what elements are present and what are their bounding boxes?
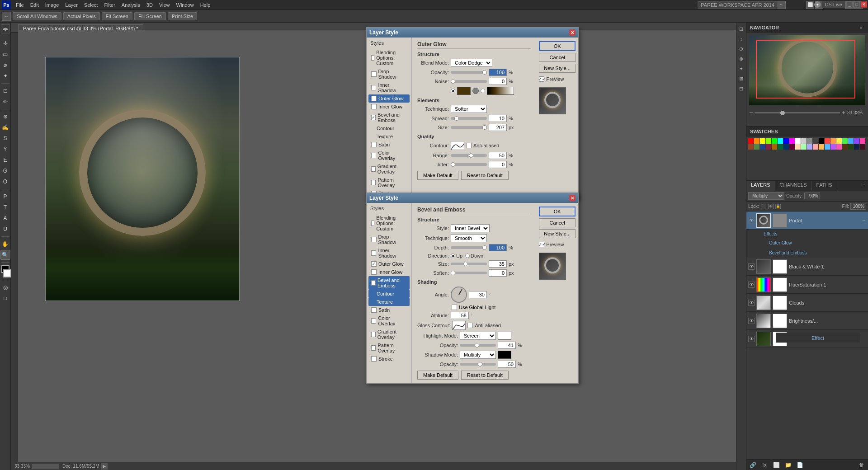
swatch-item[interactable]: [795, 144, 801, 150]
lock-position-icon[interactable]: ✛: [768, 204, 774, 209]
swatch-item[interactable]: [766, 144, 771, 150]
be-check-stroke[interactable]: [371, 356, 377, 362]
global-light-check[interactable]: [452, 305, 457, 310]
noise-thumb[interactable]: [451, 79, 455, 84]
layer-vis-portal[interactable]: 👁: [748, 217, 755, 224]
ok-btn-og[interactable]: OK: [539, 41, 576, 51]
menu-file[interactable]: File: [13, 1, 27, 9]
bevel-emboss-dialog-close[interactable]: ✕: [569, 195, 576, 201]
size-thumb[interactable]: [482, 125, 487, 130]
be-gloss-contour-box[interactable]: [452, 321, 466, 330]
range-slider[interactable]: [451, 154, 487, 157]
menu-3d[interactable]: 3D: [143, 1, 156, 9]
be-size-thumb[interactable]: [463, 262, 468, 266]
be-depth-input[interactable]: [489, 244, 507, 251]
style-blending-options[interactable]: Blending Options: Custom: [368, 48, 410, 67]
quick-mask-mode[interactable]: ◎: [0, 282, 10, 292]
be-highlight-opacity-slider[interactable]: [460, 344, 496, 347]
layer-portal[interactable]: 👁 Portal ↔: [746, 212, 868, 230]
glow-gradient-box[interactable]: [487, 87, 514, 95]
mini-tool-5[interactable]: ✦: [737, 64, 746, 73]
be-check-satin[interactable]: [371, 307, 377, 313]
style-pattern-overlay[interactable]: Pattern Overlay: [368, 176, 410, 189]
delete-layer-btn[interactable]: 🗑: [857, 461, 866, 470]
lock-pixels-icon[interactable]: ⬛: [761, 204, 766, 209]
be-highlight-opacity-thumb[interactable]: [475, 343, 479, 348]
blend-mode-select-og[interactable]: Color Dodge: [451, 59, 492, 67]
swatch-item[interactable]: [754, 138, 760, 144]
range-input[interactable]: [489, 152, 507, 159]
noise-slider[interactable]: [451, 80, 487, 83]
style-check-satin[interactable]: [371, 142, 377, 147]
swatch-item[interactable]: [854, 144, 859, 150]
size-input[interactable]: [489, 124, 507, 131]
swatch-item[interactable]: [795, 138, 801, 144]
crop-tool[interactable]: ⊡: [0, 86, 10, 96]
be-style-outer-glow[interactable]: ✓ Outer Glow: [368, 260, 410, 268]
lock-all-icon[interactable]: 🔒: [775, 204, 781, 209]
swatch-item[interactable]: [748, 138, 754, 144]
radio-gradient[interactable]: [481, 89, 485, 93]
be-size-slider[interactable]: [451, 263, 487, 265]
status-slider[interactable]: [32, 464, 59, 469]
layer-huesat[interactable]: 👁 Hue/Saturation 1: [746, 276, 868, 294]
outer-glow-dialog-close[interactable]: ✕: [569, 29, 576, 36]
swatch-item[interactable]: [748, 144, 754, 150]
preview-check-og[interactable]: ✓: [539, 76, 544, 82]
channels-tab[interactable]: CHANNELS: [775, 181, 812, 191]
swatch-item[interactable]: [836, 138, 842, 144]
maximize-btn[interactable]: □: [854, 1, 860, 8]
opacity-slider-og[interactable]: [451, 71, 487, 74]
be-shadow-color[interactable]: [498, 351, 511, 359]
swatch-item[interactable]: [760, 144, 765, 150]
mini-tool-1[interactable]: ⊡: [737, 24, 746, 33]
swatch-item[interactable]: [860, 144, 865, 150]
hand-tool[interactable]: ✋: [0, 239, 10, 249]
layer-effect-bevel-emboss[interactable]: Bevel and Emboss: [746, 248, 868, 258]
be-check-blending[interactable]: [371, 221, 374, 226]
swatch-item[interactable]: [813, 138, 818, 144]
style-bevel-emboss[interactable]: ✓ Bevel and Emboss: [368, 111, 410, 124]
style-check-blending[interactable]: [371, 55, 374, 61]
layer-vis-huesat[interactable]: 👁: [748, 282, 755, 288]
mini-tool-4[interactable]: ⊗: [737, 54, 746, 63]
size-slider[interactable]: [451, 126, 487, 129]
outer-glow-dialog[interactable]: Layer Style ✕ Styles Blending Options: C…: [366, 27, 579, 200]
link-layers-btn[interactable]: 🔗: [748, 461, 757, 470]
style-check-outer-glow[interactable]: ✓: [371, 96, 377, 101]
cs-live-btn[interactable]: CS Live: [821, 1, 845, 8]
swatch-item[interactable]: [778, 144, 783, 150]
be-direction-up[interactable]: Up: [451, 253, 462, 258]
style-outer-glow[interactable]: ✓ Outer Glow: [368, 94, 410, 103]
swatch-item[interactable]: [842, 144, 848, 150]
be-style-gradient-overlay[interactable]: Gradient Overlay: [368, 328, 410, 341]
dodge-tool[interactable]: O: [0, 177, 10, 187]
style-inner-shadow[interactable]: Inner Shadow: [368, 81, 410, 94]
radio-up[interactable]: [451, 254, 455, 258]
be-anti-alias-check[interactable]: [467, 323, 473, 328]
be-style-satin[interactable]: Satin: [368, 306, 410, 314]
jitter-thumb[interactable]: [451, 162, 455, 167]
cancel-btn-og[interactable]: Cancel: [539, 53, 576, 62]
be-style-texture[interactable]: Texture: [368, 298, 410, 306]
make-default-btn-be[interactable]: Make Default: [417, 371, 458, 380]
type-tool[interactable]: T: [0, 202, 10, 212]
be-style-inner-shadow[interactable]: Inner Shadow: [368, 246, 410, 260]
swatch-item[interactable]: [783, 144, 789, 150]
be-style-color-overlay[interactable]: Color Overlay: [368, 314, 410, 328]
radio-color[interactable]: [451, 89, 455, 93]
style-check-color-overlay[interactable]: [371, 153, 376, 158]
layer-vis-clouds[interactable]: 👁: [748, 300, 755, 306]
be-highlight-opacity-input[interactable]: [498, 342, 516, 349]
be-shadow-mode-select[interactable]: Multiply: [460, 351, 496, 359]
style-satin[interactable]: Satin: [368, 141, 410, 149]
be-highlight-mode-select[interactable]: Screen: [460, 332, 496, 340]
fill-input[interactable]: [850, 203, 866, 210]
style-contour[interactable]: Contour: [368, 124, 410, 132]
swatch-item[interactable]: [772, 138, 777, 144]
be-depth-thumb[interactable]: [482, 245, 487, 250]
be-style-blending[interactable]: Blending Options: Custom: [368, 214, 410, 233]
menu-layer[interactable]: Layer: [62, 1, 81, 9]
fit-screen-btn[interactable]: Fit Screen: [102, 12, 132, 20]
layer-options-portal[interactable]: ↔: [862, 218, 866, 223]
